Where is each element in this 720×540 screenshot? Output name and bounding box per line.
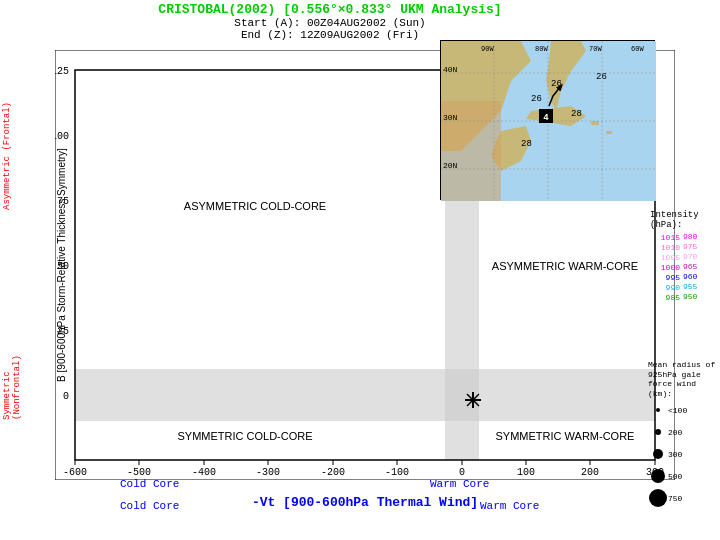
wind-row: 750 xyxy=(648,488,720,508)
svg-text:28: 28 xyxy=(521,139,532,149)
svg-text:SYMMETRIC WARM-CORE: SYMMETRIC WARM-CORE xyxy=(496,430,635,442)
svg-point-72 xyxy=(649,489,667,507)
svg-point-70 xyxy=(653,449,663,459)
svg-point-69 xyxy=(655,429,661,435)
svg-text:-500: -500 xyxy=(127,467,151,478)
cold-core-x-label: Cold Core xyxy=(120,500,179,512)
svg-text:100: 100 xyxy=(55,131,69,142)
cold-core-label: Cold Core xyxy=(120,478,179,490)
svg-text:40N: 40N xyxy=(443,65,458,74)
legend-row: 1015 980 xyxy=(650,232,720,241)
legend-row: 985 950 xyxy=(650,292,720,301)
svg-text:-100: -100 xyxy=(385,467,409,478)
wind-legend-title: Mean radius of 925hPa gale force wind (k… xyxy=(648,360,720,398)
svg-text:ASYMMETRIC WARM-CORE: ASYMMETRIC WARM-CORE xyxy=(492,260,638,272)
legend-row: 1010 975 xyxy=(650,242,720,251)
storm-marker xyxy=(465,392,481,408)
svg-rect-44 xyxy=(591,121,599,125)
svg-text:200: 200 xyxy=(581,467,599,478)
svg-rect-45 xyxy=(606,131,612,134)
svg-text:26: 26 xyxy=(531,94,542,104)
svg-text:0: 0 xyxy=(63,391,69,402)
svg-text:80W: 80W xyxy=(535,45,548,53)
svg-rect-1 xyxy=(75,369,655,421)
main-container: CRISTOBAL(2002) [0.556°×0.833° UKM Analy… xyxy=(0,0,720,540)
title-line2: Start (A): 00Z04AUG2002 (Sun) xyxy=(0,17,660,29)
svg-text:0: 0 xyxy=(459,467,465,478)
title-area: CRISTOBAL(2002) [0.556°×0.833° UKM Analy… xyxy=(0,2,660,41)
svg-text:4: 4 xyxy=(543,113,549,123)
wind-row: 300 xyxy=(648,444,720,464)
wind-legend: Mean radius of 925hPa gale force wind (k… xyxy=(648,360,720,508)
svg-text:SYMMETRIC COLD-CORE: SYMMETRIC COLD-CORE xyxy=(177,430,312,442)
svg-text:70W: 70W xyxy=(589,45,602,53)
warm-core-label: Warm Core xyxy=(430,478,489,490)
asymmetric-label: Asymmetric (Frontal) xyxy=(2,80,12,210)
wind-row: <100 xyxy=(648,400,720,420)
symmetric-label: Symmetric (Nonfrontal) xyxy=(2,320,22,420)
svg-text:B [900-600hPa Storm-Relative T: B [900-600hPa Storm-Relative Thickness S… xyxy=(56,148,67,382)
svg-point-68 xyxy=(656,408,660,412)
svg-text:60W: 60W xyxy=(631,45,644,53)
svg-text:90W: 90W xyxy=(481,45,494,53)
legend-row: 1005 970 xyxy=(650,252,720,261)
wind-row: 200 xyxy=(648,422,720,442)
svg-text:-600: -600 xyxy=(63,467,87,478)
svg-text:-300: -300 xyxy=(256,467,280,478)
title-line1: CRISTOBAL(2002) [0.556°×0.833° UKM Analy… xyxy=(0,2,660,17)
svg-text:100: 100 xyxy=(517,467,535,478)
svg-text:ASYMMETRIC COLD-CORE: ASYMMETRIC COLD-CORE xyxy=(184,200,326,212)
legend-row: 995 960 xyxy=(650,272,720,281)
svg-text:125: 125 xyxy=(55,66,69,77)
svg-text:28: 28 xyxy=(571,109,582,119)
svg-text:30N: 30N xyxy=(443,113,458,122)
legend-row: 990 955 xyxy=(650,282,720,291)
svg-text:-200: -200 xyxy=(321,467,345,478)
wind-row: 500 xyxy=(648,466,720,486)
legend-title: Intensity (hPa): xyxy=(650,210,720,230)
inset-map: 40N 30N 20N 90W 80W 70W 60W 26 26 26 28 … xyxy=(440,40,655,200)
svg-point-71 xyxy=(651,469,665,483)
legend-row: 1000 965 xyxy=(650,262,720,271)
svg-text:20N: 20N xyxy=(443,161,458,170)
svg-text:-400: -400 xyxy=(192,467,216,478)
warm-core-x-label: Warm Core xyxy=(480,500,539,512)
svg-text:26: 26 xyxy=(596,72,607,82)
